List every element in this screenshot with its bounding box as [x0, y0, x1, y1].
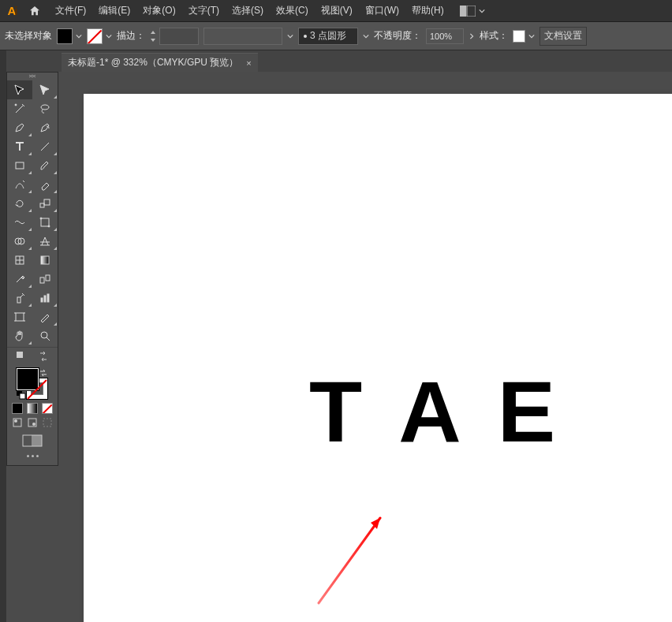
fill-color-large[interactable]	[17, 368, 39, 390]
free-transform-tool[interactable]	[32, 213, 58, 232]
chevron-right-icon[interactable]	[469, 33, 475, 39]
menu-help[interactable]: 帮助(H)	[405, 0, 450, 22]
slice-tool[interactable]	[32, 307, 58, 326]
width-tool[interactable]	[7, 213, 32, 232]
main-menu-bar: Ai 文件(F) 编辑(E) 对象(O) 文字(T) 选择(S) 效果(C) 视…	[0, 0, 672, 22]
svg-rect-16	[41, 298, 43, 302]
selection-tool[interactable]	[7, 80, 32, 99]
menu-file[interactable]: 文件(F)	[49, 0, 92, 22]
fill-color-control[interactable]	[57, 28, 82, 44]
svg-rect-17	[44, 296, 46, 302]
svg-rect-23	[20, 393, 25, 399]
home-icon[interactable]	[28, 5, 41, 17]
style-label: 样式：	[480, 29, 508, 43]
curvature-tool[interactable]	[32, 118, 58, 137]
svg-point-2	[15, 104, 17, 106]
column-graph-tool[interactable]	[32, 289, 58, 307]
close-tab-button[interactable]: ×	[246, 58, 251, 68]
svg-rect-24	[13, 419, 21, 426]
toolbox-grip[interactable]	[7, 73, 58, 80]
blend-tool[interactable]	[32, 270, 58, 289]
menu-view[interactable]: 视图(V)	[315, 0, 359, 22]
menu-effect[interactable]: 效果(C)	[270, 0, 315, 22]
fill-stroke-color-box[interactable]	[7, 363, 58, 401]
document-tab[interactable]: 未标题-1* @ 332%（CMYK/GPU 预览） ×	[62, 53, 258, 72]
menu-select[interactable]: 选择(S)	[226, 0, 270, 22]
toggle-fill-stroke-icon[interactable]	[16, 351, 27, 362]
paintbrush-tool[interactable]	[32, 156, 58, 175]
workspace-layout-button[interactable]	[460, 6, 485, 17]
stroke-weight-field[interactable]	[159, 28, 199, 45]
svg-point-25	[14, 419, 17, 423]
document-setup-button[interactable]: 文档设置	[539, 27, 587, 46]
rectangle-tool[interactable]	[7, 156, 32, 175]
collapsed-panel-rail[interactable]	[0, 50, 6, 622]
variable-width-profile[interactable]: 3 点圆形	[298, 28, 358, 45]
gradient-mode[interactable]	[27, 403, 38, 414]
draw-normal-icon[interactable]	[12, 417, 23, 428]
gradient-tool[interactable]	[32, 251, 58, 270]
svg-rect-12	[41, 256, 49, 264]
edit-toolbar-button[interactable]	[7, 452, 58, 460]
swap-colors-icon[interactable]	[39, 368, 48, 378]
art-letter: E	[498, 368, 557, 455]
line-tool[interactable]	[32, 137, 58, 156]
svg-rect-26	[28, 419, 36, 426]
mesh-tool[interactable]	[7, 251, 32, 270]
chevron-down-icon	[479, 8, 485, 14]
stroke-color-control[interactable]	[87, 28, 112, 44]
chevron-down-icon	[287, 33, 293, 39]
menu-edit[interactable]: 编辑(E)	[92, 0, 136, 22]
svg-rect-28	[43, 419, 51, 426]
perspective-grid-tool[interactable]	[32, 232, 58, 251]
lasso-tool[interactable]	[32, 99, 58, 118]
control-bar: 未选择对象 描边： 3 点圆形 不透明度： 100% 样式： 文档设置	[0, 22, 672, 50]
chevron-down-icon	[528, 33, 535, 39]
svg-point-20	[41, 332, 47, 338]
draw-inside-icon[interactable]	[42, 417, 53, 428]
symbol-sprayer-tool[interactable]	[7, 289, 32, 307]
solid-color-mode[interactable]	[12, 403, 23, 414]
opacity-field[interactable]: 100%	[426, 28, 464, 44]
style-swatch	[513, 30, 525, 43]
chevron-down-icon	[363, 33, 369, 39]
shaper-tool[interactable]	[7, 175, 32, 194]
artboard[interactable]: T A E	[84, 94, 672, 622]
none-color-mode[interactable]	[42, 403, 53, 414]
svg-point-27	[32, 423, 35, 426]
menu-type[interactable]: 文字(T)	[182, 0, 226, 22]
graphic-style-control[interactable]	[513, 30, 535, 43]
magic-wand-tool[interactable]	[7, 99, 32, 118]
svg-rect-15	[17, 297, 21, 303]
svg-rect-0	[460, 6, 466, 17]
artboard-tool[interactable]	[7, 307, 32, 326]
canvas-area[interactable]: T A E	[58, 72, 672, 622]
screen-mode-button[interactable]	[7, 430, 58, 452]
stepper-arrows-icon[interactable]	[150, 30, 156, 43]
shape-builder-tool[interactable]	[7, 232, 32, 251]
swap-fill-stroke-icon[interactable]	[38, 351, 49, 362]
eraser-tool[interactable]	[32, 175, 58, 194]
stroke-label: 描边：	[117, 29, 145, 43]
color-mode-row	[7, 401, 58, 415]
rotate-tool[interactable]	[7, 194, 32, 213]
svg-rect-21	[17, 352, 23, 358]
zoom-tool[interactable]	[32, 326, 58, 345]
svg-rect-1	[467, 6, 476, 17]
svg-rect-5	[44, 199, 50, 205]
draw-behind-icon[interactable]	[27, 417, 38, 428]
menu-window[interactable]: 窗口(W)	[359, 0, 405, 22]
eyedropper-tool[interactable]	[7, 270, 32, 289]
hand-tool[interactable]	[7, 326, 32, 345]
artwork-text[interactable]: T A E	[309, 368, 557, 455]
svg-rect-30	[32, 435, 42, 446]
pen-tool[interactable]	[7, 118, 32, 137]
type-tool[interactable]	[7, 137, 32, 156]
direct-selection-tool[interactable]	[32, 80, 58, 99]
scale-tool[interactable]	[32, 194, 58, 213]
menu-object[interactable]: 对象(O)	[136, 0, 181, 22]
default-colors-icon[interactable]	[17, 390, 26, 400]
svg-rect-14	[46, 275, 50, 281]
svg-rect-3	[16, 162, 24, 169]
brush-definition-dropdown[interactable]	[203, 28, 282, 45]
